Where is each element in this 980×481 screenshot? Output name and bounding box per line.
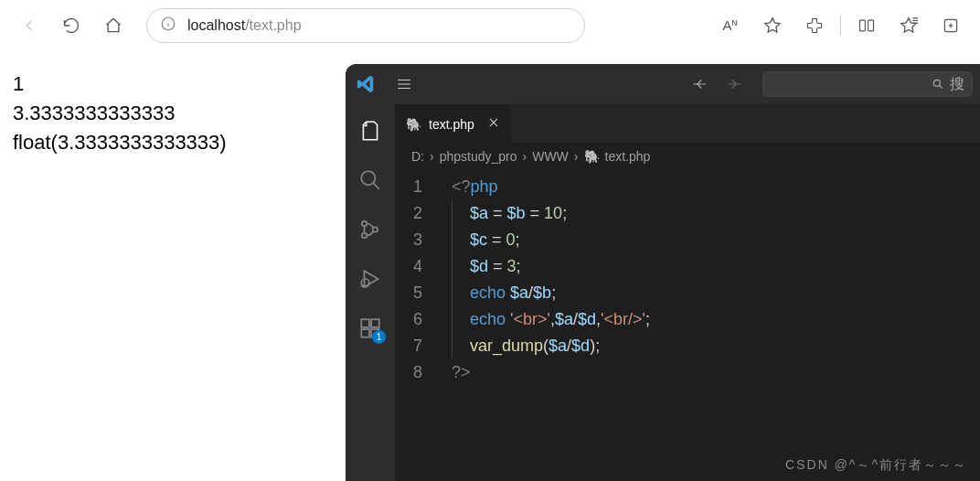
watermark: CSDN @^～^前行者～～～ (785, 457, 967, 474)
line-number: 1 (395, 174, 442, 200)
tab-bar: 🐘 text.php (395, 104, 980, 143)
output-line: float(3.3333333333333) (13, 128, 227, 157)
extensions-button[interactable] (796, 7, 833, 44)
svg-point-20 (373, 227, 378, 231)
tab-label: text.php (429, 117, 474, 132)
favorites-bar-button[interactable] (890, 7, 927, 44)
php-file-icon: 🐘 (406, 117, 421, 132)
chevron-right-icon: › (523, 149, 527, 164)
refresh-button[interactable] (53, 7, 90, 44)
url-host: localhost/text.php (187, 17, 302, 34)
vscode-logo-icon (353, 71, 378, 97)
svg-line-15 (940, 86, 943, 89)
extensions-icon[interactable]: 1 (357, 315, 384, 342)
back-button[interactable] (11, 7, 48, 44)
line-number: 3 (395, 227, 442, 253)
svg-rect-24 (361, 329, 369, 337)
close-icon[interactable] (487, 116, 500, 132)
php-file-icon: 🐘 (584, 149, 600, 164)
svg-line-17 (373, 183, 379, 189)
code-editor[interactable]: 1<?php 2$a = $b = 10; 3$c = 0; 4$d = 3; … (395, 170, 980, 481)
svg-rect-4 (868, 20, 874, 31)
line-number: 4 (395, 253, 442, 280)
output-line: 3.3333333333333 (13, 99, 227, 128)
toolbar-divider (840, 16, 841, 36)
svg-point-16 (361, 171, 375, 185)
collections-button[interactable] (932, 7, 969, 44)
breadcrumb-part[interactable]: D: (411, 149, 424, 164)
search-label: 搜 (950, 75, 964, 94)
svg-rect-26 (371, 319, 379, 327)
tab-active[interactable]: 🐘 text.php (395, 104, 511, 143)
svg-point-18 (362, 221, 367, 226)
svg-point-14 (933, 80, 940, 86)
command-center[interactable]: 搜 (762, 71, 973, 97)
home-button[interactable] (95, 7, 132, 44)
vscode-window: 搜 1 🐘 (346, 64, 980, 481)
vscode-title-bar: 搜 (346, 64, 980, 104)
favorite-button[interactable] (754, 7, 791, 44)
line-number: 5 (395, 280, 442, 306)
output-line: 1 (13, 69, 227, 99)
site-info-icon[interactable] (160, 16, 176, 36)
breadcrumb-part[interactable]: phpstudy_pro (440, 149, 517, 164)
svg-point-19 (362, 233, 367, 238)
nav-forward-button[interactable] (720, 70, 748, 98)
line-number: 6 (395, 306, 442, 333)
run-debug-icon[interactable] (357, 265, 384, 293)
svg-rect-23 (361, 319, 369, 327)
chevron-right-icon: › (574, 149, 579, 164)
line-number: 7 (395, 333, 442, 359)
read-aloud-button[interactable]: Aᴺ (712, 7, 749, 44)
browser-toolbar: localhost/text.php Aᴺ (0, 0, 980, 51)
search-icon[interactable] (357, 166, 384, 194)
line-number: 2 (395, 200, 442, 227)
svg-rect-3 (860, 20, 866, 31)
menu-button[interactable] (388, 68, 421, 101)
address-bar[interactable]: localhost/text.php (146, 8, 585, 43)
page-output: 1 3.3333333333333 float(3.3333333333333) (13, 69, 227, 157)
breadcrumb-part[interactable]: WWW (532, 149, 569, 164)
chevron-right-icon: › (430, 149, 434, 164)
breadcrumb-part[interactable]: text.php (605, 149, 651, 164)
extensions-badge: 1 (372, 330, 386, 344)
source-control-icon[interactable] (357, 216, 384, 243)
line-number: 8 (395, 359, 442, 386)
activity-bar: 1 (346, 104, 395, 481)
explorer-icon[interactable] (357, 117, 384, 144)
split-screen-button[interactable] (848, 7, 885, 44)
breadcrumb[interactable]: D: › phpstudy_pro › WWW › 🐘 text.php (395, 143, 980, 170)
nav-back-button[interactable] (686, 70, 713, 98)
